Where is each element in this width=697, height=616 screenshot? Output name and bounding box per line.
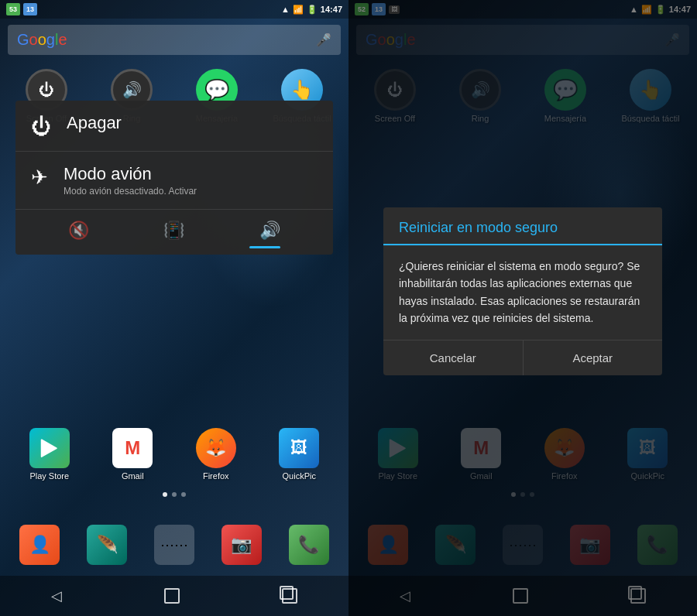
badge-53: 53 (6, 3, 20, 15)
vibrate-btn[interactable]: 📳 (157, 217, 191, 244)
dot-1 (163, 492, 167, 497)
dot-3 (181, 492, 186, 497)
recent-button-left[interactable] (282, 588, 297, 604)
badge-13: 13 (23, 3, 37, 15)
apps-icon-left[interactable]: ⋯⋯ (154, 525, 194, 565)
nav-bar-left: ◁ (0, 576, 348, 616)
wifi-icon: ▲ (281, 5, 290, 14)
time-display: 14:47 (321, 5, 342, 14)
gmail-icon-left: M (112, 428, 153, 468)
cancel-button[interactable]: Cancelar (383, 341, 524, 375)
dock-label-firefox-left: Firefox (203, 471, 229, 481)
airplane-title: Modo avión (64, 164, 197, 184)
ring-btn[interactable]: 🔊 (253, 217, 287, 244)
airplane-subtitle: Modo avión desactivado. Activar (64, 186, 197, 197)
power-menu: ⏻ Apagar ✈ Modo avión Modo avión desacti… (15, 101, 333, 255)
home-button-left[interactable] (164, 588, 180, 604)
dock-playstore-left[interactable]: Play Store (15, 428, 84, 481)
dock-label-quickpic-left: QuickPic (283, 471, 316, 481)
quickpic-icon-left: 🖼 (279, 428, 319, 468)
camera-icon-left[interactable]: 📷 (221, 525, 262, 565)
dock-apps-row-left: Play Store M Gmail 🦊 Firefox 🖼 QuickPic (0, 424, 348, 484)
dialog-buttons: Cancelar Aceptar (383, 340, 662, 375)
signal-icon: 📶 (293, 5, 304, 15)
airplane-mode-option[interactable]: ✈ Modo avión Modo avión desactivado. Act… (15, 152, 333, 210)
dock-gmail-left[interactable]: M Gmail (98, 428, 167, 481)
dialog-body: ¿Quieres reiniciar el sistema en modo se… (383, 245, 662, 340)
google-search-bar-left[interactable]: Google 🎤 (8, 25, 341, 55)
contacts-icon-left[interactable]: 👤 (19, 525, 60, 565)
page-dots-left (0, 488, 348, 501)
dock-label-playstore-left: Play Store (29, 471, 69, 481)
dock-firefox-left[interactable]: 🦊 Firefox (181, 428, 251, 481)
power-off-text: Apagar (67, 113, 122, 133)
power-off-icon: ⏻ (31, 115, 51, 139)
bottom-dock-left: 👤 🪶 ⋯⋯ 📷 📞 (0, 522, 348, 568)
silent-btn[interactable]: 🔇 (62, 217, 95, 244)
power-off-title: Apagar (67, 113, 122, 133)
sound-controls: 🔇 📳 🔊 (15, 210, 333, 255)
dock-quickpic-left[interactable]: 🖼 QuickPic (264, 428, 334, 481)
battery-icon: 🔋 (307, 5, 318, 15)
firefox-icon-left: 🦊 (196, 428, 236, 468)
back-button-left[interactable]: ◁ (51, 587, 62, 604)
status-right: ▲ 📶 🔋 14:47 (281, 5, 342, 15)
dock-label-gmail-left: Gmail (122, 471, 144, 481)
sound-indicator (249, 246, 280, 248)
mic-icon-left[interactable]: 🎤 (316, 33, 331, 47)
airplane-text: Modo avión Modo avión desactivado. Activ… (64, 164, 197, 197)
playstore-icon-left (29, 428, 70, 468)
status-bar-left: 53 13 ▲ 📶 🔋 14:47 (0, 0, 348, 19)
left-screen: 53 13 ▲ 📶 🔋 14:47 Google 🎤 ⏻ Screen Off … (0, 0, 348, 616)
google-logo-left: Google (17, 31, 67, 49)
status-left: 53 13 (6, 3, 37, 15)
feather-icon-left[interactable]: 🪶 (87, 525, 127, 565)
safe-mode-dialog: Reiniciar en modo seguro ¿Quieres reinic… (383, 207, 662, 375)
accept-button[interactable]: Aceptar (524, 341, 663, 375)
dialog-title: Reiniciar en modo seguro (383, 207, 662, 245)
airplane-icon: ✈ (31, 166, 48, 190)
right-screen: 52 13 🖼 ▲ 📶 🔋 14:47 Google 🎤 ⏻ Screen Of… (348, 0, 697, 616)
dot-2 (172, 492, 177, 497)
power-off-option[interactable]: ⏻ Apagar (15, 101, 333, 152)
phone-icon-left[interactable]: 📞 (289, 525, 329, 565)
